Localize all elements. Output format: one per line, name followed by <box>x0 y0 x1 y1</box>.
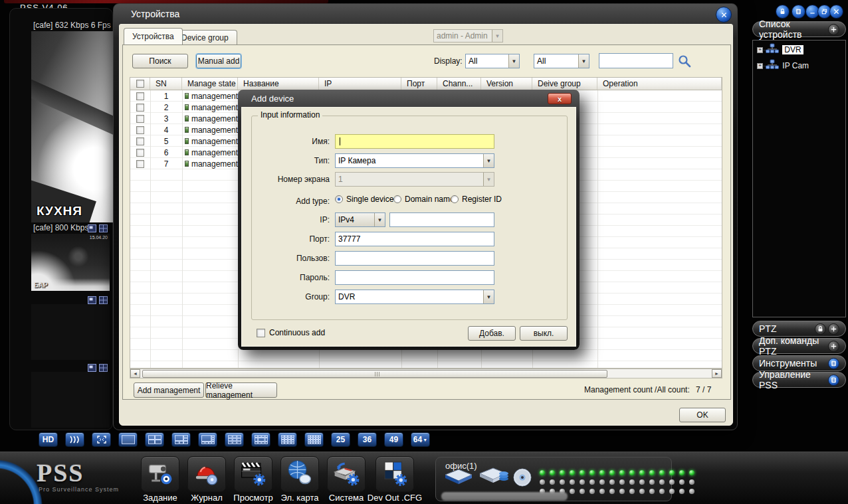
layout-25-button[interactable]: 25 <box>331 432 350 447</box>
radio-register-id[interactable]: Register ID <box>451 195 502 204</box>
radio-button[interactable] <box>393 195 401 203</box>
select-all-checkbox[interactable] <box>136 80 144 88</box>
relieve-management-button[interactable]: Relieve management <box>205 382 277 398</box>
row-checkbox[interactable] <box>136 104 144 112</box>
search-button[interactable]: Поиск <box>132 54 188 68</box>
scroll-left-icon[interactable]: ◄ <box>130 369 140 378</box>
led-indicator <box>540 470 545 475</box>
name-field[interactable] <box>335 134 494 149</box>
radio-domain-name[interactable]: Domain name <box>393 195 455 204</box>
led-indicator <box>580 489 585 494</box>
group-dropdown[interactable]: DVR▼ <box>335 290 494 304</box>
row-manage-state: management <box>182 124 238 135</box>
dock-film-button[interactable] <box>234 456 272 492</box>
dock-label: Система <box>329 493 364 503</box>
grid4-button[interactable] <box>145 432 164 447</box>
continuous-add-checkbox[interactable] <box>257 329 265 337</box>
filter2-dropdown[interactable]: All▼ <box>534 54 589 68</box>
censored-text <box>441 492 568 501</box>
system-icon <box>332 458 361 490</box>
dock-system-button[interactable] <box>327 456 366 492</box>
tree-item-ip-cam[interactable]: +··IP Cam <box>753 59 845 72</box>
lock-icon[interactable] <box>815 323 826 335</box>
row-checkbox[interactable] <box>136 149 144 157</box>
panel-доп-команды-ptz[interactable]: Доп. команды PTZ <box>752 338 846 354</box>
tree-expander-icon[interactable]: + <box>757 63 763 69</box>
tab-devices[interactable]: Устройства <box>124 28 183 44</box>
devices-window-close-icon[interactable] <box>716 7 732 23</box>
video3-feed-empty[interactable] <box>31 304 110 360</box>
panel-управление-pss[interactable]: Управление PSS <box>752 372 846 388</box>
grid20-button[interactable] <box>304 432 324 447</box>
video1-feed[interactable]: КУХНЯ <box>31 31 113 222</box>
list-icon[interactable] <box>792 5 805 19</box>
table-header-row: SNManage stateНазваниеIPПортChann...Vers… <box>130 77 722 90</box>
search-icon[interactable] <box>677 54 692 71</box>
row-checkbox[interactable] <box>136 126 144 134</box>
layout-49-button[interactable]: 49 <box>384 432 403 447</box>
led-indicator <box>589 479 595 485</box>
radio-button[interactable] <box>335 195 343 203</box>
scrollbar-thumb[interactable] <box>142 370 607 378</box>
led-indicator <box>629 489 635 494</box>
layout-36-button[interactable]: 36 <box>358 432 377 447</box>
list-icon[interactable] <box>828 358 839 369</box>
grid6-button[interactable] <box>171 432 191 447</box>
tree-expander-icon[interactable]: + <box>757 47 763 53</box>
table-header-Manage state: Manage state <box>182 78 238 90</box>
device-list-header[interactable]: Список устройств <box>752 21 846 37</box>
stream-button[interactable] <box>65 432 84 447</box>
led-indicator <box>560 479 565 485</box>
password-field[interactable] <box>335 270 494 285</box>
search-input[interactable] <box>599 53 673 68</box>
video2-feed[interactable]: 15.04.20 БАР <box>31 234 110 291</box>
continuous-add-option[interactable]: Continuous add <box>257 328 325 337</box>
row-checkbox[interactable] <box>136 115 144 123</box>
grid8-button[interactable] <box>198 432 217 447</box>
dock-map-button[interactable] <box>280 456 319 492</box>
scroll-right-icon[interactable]: ► <box>712 369 722 378</box>
port-field[interactable]: 37777 <box>335 232 494 246</box>
hd-button[interactable]: HD <box>39 432 58 447</box>
ip-field[interactable] <box>389 212 494 227</box>
row-sn: 1 <box>150 90 182 102</box>
radio-single-device[interactable]: Single device <box>335 195 393 204</box>
manual-add-button[interactable]: Manual add <box>196 54 241 68</box>
dock-devout-button[interactable] <box>375 456 414 492</box>
list-icon[interactable] <box>828 375 839 386</box>
layout-64-button[interactable]: 64▼ <box>411 432 430 447</box>
radio-button[interactable] <box>451 195 459 203</box>
user-field[interactable] <box>335 251 494 266</box>
grid13-button[interactable] <box>251 432 270 447</box>
dock-label: Dev Out .CFG <box>368 493 422 503</box>
grid9-button[interactable] <box>225 432 244 447</box>
ip-version-dropdown[interactable]: IPv4▼ <box>335 212 385 227</box>
expand-button[interactable] <box>92 432 111 447</box>
filter1-dropdown[interactable]: All▼ <box>465 54 520 68</box>
video4-feed-empty[interactable] <box>31 372 110 428</box>
type-dropdown[interactable]: IP Камера▼ <box>335 153 494 168</box>
led-indicator <box>649 470 655 475</box>
row-checkbox[interactable] <box>136 92 144 100</box>
dialog-close-icon[interactable]: x <box>548 93 572 104</box>
dock-alarm-button[interactable] <box>187 456 226 492</box>
row-checkbox[interactable] <box>136 137 144 145</box>
dock-camera-button[interactable] <box>141 456 179 492</box>
add-management-button[interactable]: Add management <box>134 382 204 398</box>
grid16-button[interactable] <box>278 432 297 447</box>
device-list-expand-icon[interactable] <box>828 24 839 35</box>
video2-overlay-text: БАР <box>34 282 48 289</box>
dialog-cancel-button[interactable]: выкл. <box>520 326 568 341</box>
manage-state-icon <box>185 93 189 99</box>
row-checkbox[interactable] <box>136 160 144 168</box>
close-icon[interactable] <box>829 5 843 19</box>
plus-icon[interactable] <box>828 323 839 335</box>
panel-ptz[interactable]: PTZ <box>752 321 846 337</box>
grid1-button[interactable] <box>118 432 138 447</box>
dialog-add-button[interactable]: Добав. <box>468 326 516 341</box>
ok-button[interactable]: OK <box>679 408 726 422</box>
plus-icon[interactable] <box>828 341 839 352</box>
lock-icon[interactable] <box>776 5 790 19</box>
horizontal-scrollbar[interactable]: ◄ ► <box>130 369 722 378</box>
tree-item-dvr[interactable]: +··DVR <box>753 43 845 56</box>
